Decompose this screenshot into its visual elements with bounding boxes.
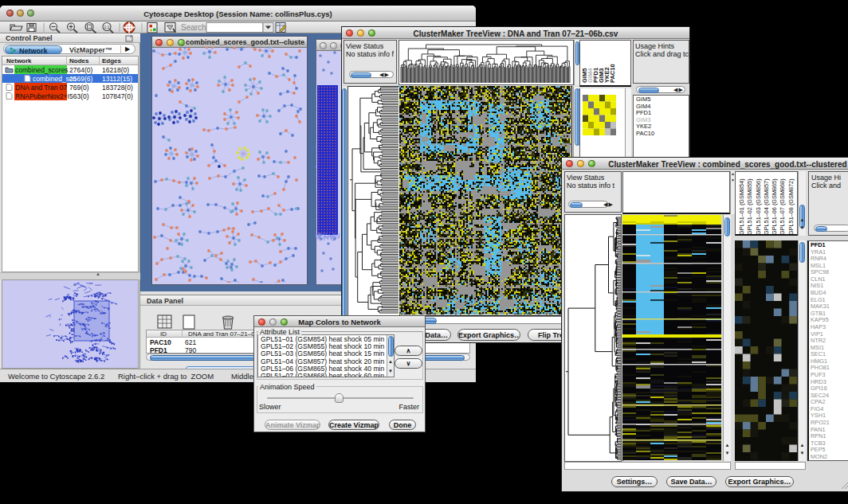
svg-text:1:1: 1:1 xyxy=(104,25,110,29)
svg-text:Search:: Search: xyxy=(181,23,208,32)
